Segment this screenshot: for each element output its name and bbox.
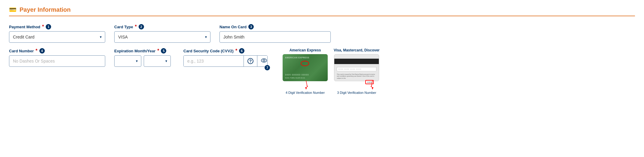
expiration-label: Expiration Month/Year xyxy=(114,49,155,53)
card-type-select-wrapper: VISA Mastercard American Express Discove… xyxy=(114,31,210,43)
expiration-selects: 01020304 05060708 09101112 ▾ 20242025202… xyxy=(114,55,174,67)
payment-method-required: * xyxy=(42,24,44,29)
visa-card-image: XXXX XXXX XXXX XXXX XXX This card is iss… xyxy=(334,54,379,81)
cvv-badge-7: 7 xyxy=(265,65,270,70)
card-type-required: * xyxy=(135,24,137,29)
payment-method-label: Payment Method xyxy=(9,25,40,29)
card-number-label: Card Number xyxy=(9,49,34,53)
section-title: Payer Information xyxy=(20,6,71,13)
expiration-badge: 5 xyxy=(161,48,166,54)
visa-card-label: Visa, Mastercard, Discover xyxy=(334,48,380,52)
card-number-label-row: Card Number * 4 xyxy=(9,48,105,54)
cvv-help-button[interactable]: ? xyxy=(244,56,257,66)
card-number-badge: 4 xyxy=(39,48,45,54)
amex-card-group: American Express AMERICAN EXPRESS 3405 0… xyxy=(283,48,328,94)
card-type-label-row: Card Type * 2 xyxy=(114,24,210,29)
card-number-input[interactable] xyxy=(9,55,105,67)
name-on-card-input[interactable] xyxy=(219,31,331,43)
cvv-label-row: Card Security Code (CVV2) * 6 xyxy=(183,48,268,54)
visa-arrow xyxy=(370,81,375,90)
cvv-input[interactable] xyxy=(184,56,244,66)
name-on-card-label-row: Name On Card 3 xyxy=(219,24,331,29)
expiration-group: Expiration Month/Year * 5 01020304 05060… xyxy=(114,48,174,67)
cvv-label: Card Security Code (CVV2) xyxy=(183,49,234,53)
payment-method-label-row: Payment Method * 1 xyxy=(9,24,105,29)
card-number-group: Card Number * 4 xyxy=(9,48,105,67)
card-type-badge: 2 xyxy=(139,24,144,29)
expiration-required: * xyxy=(157,48,159,54)
payment-method-select[interactable]: Credit Card Check Electronic Check xyxy=(9,31,105,43)
question-icon: ? xyxy=(247,58,253,64)
name-on-card-group: Name On Card 3 xyxy=(219,24,331,43)
payment-method-select-wrapper: Credit Card Check Electronic Check ▾ xyxy=(9,31,105,43)
cvv-eye-button[interactable] xyxy=(257,56,268,66)
payment-method-badge: 1 xyxy=(46,24,51,29)
expiration-month-wrapper: 01020304 05060708 09101112 ▾ xyxy=(114,55,141,67)
magnetic-strip xyxy=(334,59,379,64)
amex-arrow xyxy=(304,81,308,90)
expiration-year-wrapper: 202420252026 2027202820292030 ▾ xyxy=(144,55,171,67)
amex-card-image: AMERICAN EXPRESS 3405 000000 00000 01/01… xyxy=(283,54,328,81)
credit-card-icon: 💳 xyxy=(9,6,17,13)
card-images-section: American Express AMERICAN EXPRESS 3405 0… xyxy=(283,48,380,94)
expiration-label-row: Expiration Month/Year * 5 xyxy=(114,48,174,54)
amex-card-label: American Express xyxy=(290,48,321,52)
name-on-card-label: Name On Card xyxy=(219,25,247,29)
card-type-select[interactable]: VISA Mastercard American Express Discove… xyxy=(114,31,210,43)
signature-strip: XXXX XXXX XXXX XXXX XXX xyxy=(337,67,376,71)
payment-method-group: Payment Method * 1 Credit Card Check Ele… xyxy=(9,24,105,43)
cvv-required: * xyxy=(235,48,237,54)
svg-point-0 xyxy=(261,59,267,62)
card-number-required: * xyxy=(35,48,37,54)
name-on-card-badge: 3 xyxy=(248,24,254,29)
amex-digit-label: 4 Digit Verification Number xyxy=(286,91,325,94)
section-header: 💳 Payer Information xyxy=(9,6,635,16)
cvv-group: Card Security Code (CVV2) * 6 ? xyxy=(183,48,268,67)
card-type-label: Card Type xyxy=(114,25,133,29)
svg-marker-2 xyxy=(305,87,307,90)
amex-cvv-highlight xyxy=(301,61,309,66)
eye-icon xyxy=(261,58,267,64)
svg-point-1 xyxy=(263,60,265,61)
cvv-badge: 6 xyxy=(239,48,244,54)
expiration-month-select[interactable]: 01020304 05060708 09101112 xyxy=(114,55,141,67)
svg-marker-3 xyxy=(372,87,373,90)
expiration-year-select[interactable]: 202420252026 2027202820292030 xyxy=(144,55,171,67)
card-type-group: Card Type * 2 VISA Mastercard American E… xyxy=(114,24,210,43)
cvv-input-container: ? xyxy=(183,55,268,67)
visa-digit-label: 3 Digit Verification Number xyxy=(337,91,376,94)
visa-card-group: Visa, Mastercard, Discover XXXX XXXX XXX… xyxy=(334,48,380,94)
